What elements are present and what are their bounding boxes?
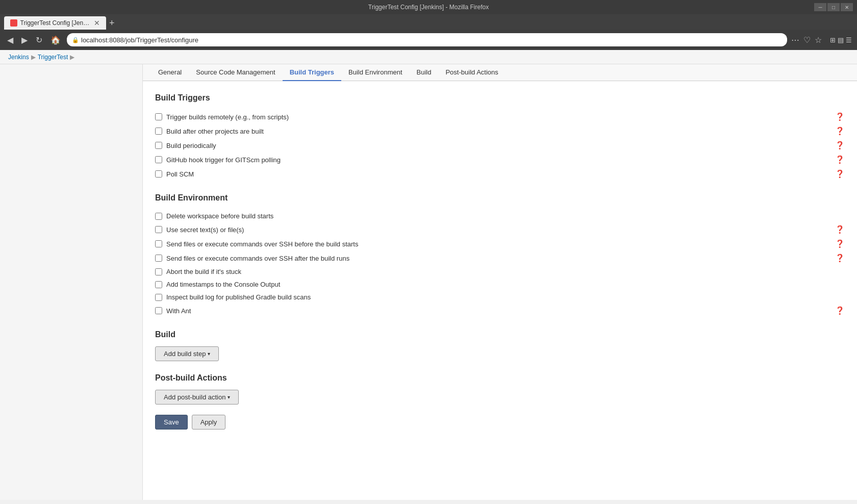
config-content: Build Triggers Trigger builds remotely (… [143, 81, 857, 448]
build-periodically-checkbox[interactable] [155, 142, 162, 149]
add-build-step-button[interactable]: Add build step ▾ [155, 346, 219, 361]
github-hook-checkbox[interactable] [155, 156, 162, 163]
abort-build-checkbox[interactable] [155, 268, 162, 275]
tab-general[interactable]: General [151, 64, 189, 81]
add-timestamps-label: Add timestamps to the Console Output [166, 281, 845, 288]
forward-button[interactable]: ▶ [19, 34, 30, 46]
reload-button[interactable]: ↻ [34, 34, 44, 46]
build-section: Build Add build step ▾ [155, 330, 845, 361]
build-periodically-row: Build periodically ❓ [155, 138, 845, 153]
tab-post-build-actions[interactable]: Post-build Actions [438, 64, 505, 81]
home-button[interactable]: 🏠 [48, 34, 63, 46]
with-ant-help-icon[interactable]: ❓ [835, 306, 845, 315]
add-post-build-label: Add post-build action [164, 393, 225, 401]
add-post-build-dropdown-arrow: ▾ [228, 394, 230, 400]
tab-title: TriggerTest Config [Jenki... [20, 19, 91, 27]
with-ant-label: With Ant [166, 307, 831, 315]
back-button[interactable]: ◀ [5, 34, 15, 46]
github-hook-label: GitHub hook trigger for GITScm polling [166, 156, 831, 164]
add-timestamps-checkbox[interactable] [155, 281, 162, 288]
breadcrumb-sep-1: ▶ [31, 54, 36, 61]
send-files-after-help-icon[interactable]: ❓ [835, 254, 845, 263]
trigger-remote-label: Trigger builds remotely (e.g., from scri… [166, 113, 831, 121]
add-build-step-label: Add build step [164, 350, 206, 358]
security-icon: 🔒 [72, 37, 79, 43]
build-after-other-help-icon[interactable]: ❓ [835, 127, 845, 136]
footer-buttons: Save Apply [155, 415, 845, 430]
add-post-build-button[interactable]: Add post-build action ▾ [155, 390, 239, 405]
post-build-section: Post-build Actions Add post-build action… [155, 373, 845, 405]
sidebar-toggle-icon[interactable]: ▤ [838, 36, 844, 44]
trigger-remote-help-icon[interactable]: ❓ [835, 112, 845, 121]
delete-workspace-row: Delete workspace before build starts [155, 210, 845, 222]
use-secret-row: Use secret text(s) or file(s) ❓ [155, 222, 845, 237]
build-title: Build [155, 330, 845, 339]
with-ant-checkbox[interactable] [155, 307, 162, 314]
tab-build-triggers[interactable]: Build Triggers [283, 64, 341, 81]
build-environment-section: Build Environment Delete workspace befor… [155, 193, 845, 318]
hamburger-icon[interactable]: ☰ [846, 36, 852, 44]
address-bar[interactable]: 🔒 localhost:8088/job/TriggerTest/configu… [67, 33, 787, 46]
use-secret-checkbox[interactable] [155, 226, 162, 233]
send-files-before-help-icon[interactable]: ❓ [835, 239, 845, 248]
tab-build-environment[interactable]: Build Environment [341, 64, 410, 81]
use-secret-label: Use secret text(s) or file(s) [166, 226, 831, 234]
abort-build-row: Abort the build if it's stuck [155, 265, 845, 278]
breadcrumb-sep-2: ▶ [70, 54, 74, 61]
poll-scm-row: Poll SCM ❓ [155, 167, 845, 181]
content-area: General Source Code Management Build Tri… [143, 64, 857, 500]
post-build-title: Post-build Actions [155, 373, 845, 383]
tab-close-icon[interactable]: ✕ [94, 19, 100, 27]
build-periodically-label: Build periodically [166, 142, 831, 149]
build-triggers-section: Build Triggers Trigger builds remotely (… [155, 93, 845, 181]
menu-icon[interactable]: ⋯ [791, 35, 799, 45]
build-after-other-label: Build after other projects are built [166, 128, 831, 135]
minimize-button[interactable]: ─ [814, 3, 826, 11]
inspect-gradle-label: Inspect build log for published Gradle b… [166, 293, 845, 301]
send-files-before-label: Send files or execute commands over SSH … [166, 240, 831, 248]
github-hook-help-icon[interactable]: ❓ [835, 155, 845, 164]
breadcrumb: Jenkins ▶ TriggerTest ▶ [0, 50, 857, 64]
window-title: TriggerTest Config [Jenkins] - Mozilla F… [368, 4, 489, 11]
tab-favicon [10, 19, 17, 27]
browser-tab[interactable]: TriggerTest Config [Jenki... ✕ [4, 16, 106, 30]
close-button[interactable]: ✕ [841, 3, 853, 11]
build-after-other-checkbox[interactable] [155, 128, 162, 135]
restore-button[interactable]: □ [827, 3, 840, 11]
with-ant-row: With Ant ❓ [155, 304, 845, 318]
trigger-remote-row: Trigger builds remotely (e.g., from scri… [155, 110, 845, 124]
delete-workspace-checkbox[interactable] [155, 213, 162, 220]
send-files-after-row: Send files or execute commands over SSH … [155, 251, 845, 265]
star-icon[interactable]: ☆ [815, 35, 822, 45]
use-secret-help-icon[interactable]: ❓ [835, 225, 845, 234]
url-display: localhost:8088/job/TriggerTest/configure [81, 36, 198, 44]
send-files-after-label: Send files or execute commands over SSH … [166, 255, 831, 262]
send-files-before-row: Send files or execute commands over SSH … [155, 237, 845, 251]
add-timestamps-row: Add timestamps to the Console Output [155, 278, 845, 291]
poll-scm-checkbox[interactable] [155, 170, 162, 178]
add-build-step-dropdown-arrow: ▾ [208, 351, 210, 357]
abort-build-label: Abort the build if it's stuck [166, 268, 845, 275]
trigger-remote-checkbox[interactable] [155, 113, 162, 120]
poll-scm-label: Poll SCM [166, 170, 831, 178]
build-after-other-row: Build after other projects are built ❓ [155, 124, 845, 138]
poll-scm-help-icon[interactable]: ❓ [835, 169, 845, 179]
breadcrumb-triggertest[interactable]: TriggerTest [38, 54, 68, 61]
tab-source-code-management[interactable]: Source Code Management [189, 64, 282, 81]
send-files-before-checkbox[interactable] [155, 240, 162, 247]
inspect-gradle-row: Inspect build log for published Gradle b… [155, 291, 845, 304]
nav-tabs: General Source Code Management Build Tri… [143, 64, 857, 81]
delete-workspace-label: Delete workspace before build starts [166, 212, 845, 220]
tab-build[interactable]: Build [410, 64, 439, 81]
bookmark-icon[interactable]: ♡ [803, 35, 811, 45]
sidebar [0, 64, 143, 500]
send-files-after-checkbox[interactable] [155, 255, 162, 262]
new-tab-button[interactable]: + [106, 16, 118, 30]
build-periodically-help-icon[interactable]: ❓ [835, 141, 845, 150]
save-button[interactable]: Save [155, 415, 188, 430]
apply-button[interactable]: Apply [192, 415, 226, 430]
inspect-gradle-checkbox[interactable] [155, 294, 162, 301]
library-icon[interactable]: ⊞ [830, 36, 836, 44]
breadcrumb-jenkins[interactable]: Jenkins [8, 54, 29, 61]
build-triggers-title: Build Triggers [155, 93, 845, 103]
